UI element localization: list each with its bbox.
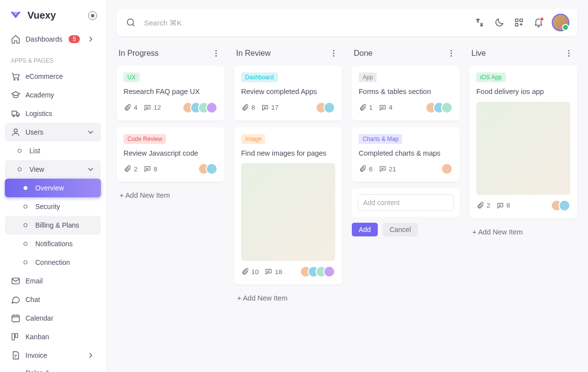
avatar-group [425,102,453,114]
nav-email[interactable]: Email [5,272,101,290]
avatar [441,102,453,114]
more-icon[interactable] [563,47,575,60]
language-icon[interactable] [473,16,486,29]
nav-chat[interactable]: Chat [5,290,101,309]
card-title: Food delivery ios app [476,87,570,97]
nav-calendar[interactable]: Calendar [5,309,101,327]
nav-overview[interactable]: Overview [5,179,101,197]
nav-label: Security [35,203,60,210]
card-stats: 4 12 [123,104,161,112]
more-icon[interactable] [327,47,340,60]
card-footer: 8 17 [241,102,335,114]
svg-rect-5 [12,278,20,284]
nav-label: Email [25,277,43,285]
nav-invoice[interactable]: Invoice [5,346,101,365]
column-title: In Progress [119,49,159,58]
search-input[interactable] [144,19,271,27]
kanban-card[interactable]: Charts & Map Completed charts & maps 6 2… [352,127,460,182]
logo-icon [9,10,23,21]
kanban-card[interactable]: Dashboard Review completed Apps 8 17 [234,66,342,120]
avatar [441,163,453,175]
svg-point-23 [568,50,570,51]
nav-label: Dashboards [25,35,63,43]
nav-label: View [29,165,44,173]
nav-billing[interactable]: Billing & Plans [5,216,101,234]
svg-point-14 [216,50,217,51]
kanban-column: Done App Forms & tables section 1 4 Char… [352,47,460,236]
nav-label: Overview [35,184,64,192]
svg-point-4 [14,129,18,132]
kanban-card[interactable]: Code Review Review Javascript code 2 8 [117,127,224,182]
topbar-icons [473,14,569,31]
kanban-card[interactable]: iOS App Food delivery ios app 2 8 [469,66,577,218]
attachment-stat: 10 [241,268,259,276]
search-icon[interactable] [124,16,137,29]
svg-rect-7 [12,333,15,340]
more-icon[interactable] [210,47,222,60]
cart-icon [11,71,21,81]
add-actions: Add Cancel [352,223,460,236]
avatar [323,266,335,278]
more-icon[interactable] [445,47,458,60]
svg-point-16 [216,55,217,57]
apps-icon[interactable] [513,16,525,29]
column-header: In Progress [117,47,224,66]
dot-icon [21,239,30,249]
add-new-item[interactable]: + Add New Item [469,225,577,239]
logo-wrap[interactable]: Vuexy [9,10,56,21]
nav-dashboards[interactable]: Dashboards 5 [5,30,101,48]
add-new-item[interactable]: + Add New Item [234,291,342,305]
nav-users-view[interactable]: View [5,160,101,179]
dot-icon [21,183,30,193]
kanban-card[interactable]: App Forms & tables section 1 4 [352,66,460,120]
avatar [206,102,218,114]
column-title: Live [471,49,486,58]
chevron-down-icon [86,128,95,137]
avatar-group [441,163,453,175]
svg-rect-8 [15,333,18,337]
comment-stat: 21 [379,165,396,173]
comment-icon [261,104,269,112]
add-content-box [352,188,460,217]
kanban-column: Live iOS App Food delivery ios app 2 8 +… [469,47,577,239]
kanban-card[interactable]: UX Research FAQ page UX 4 12 [117,66,224,120]
nav-users[interactable]: Users [5,123,101,141]
comment-icon [496,202,504,209]
nav-kanban[interactable]: Kanban [5,327,101,346]
card-footer: 2 8 [476,200,570,211]
kanban-board: In Progress UX Research FAQ page UX 4 12… [117,47,577,305]
theme-icon[interactable] [493,16,506,29]
avatar [206,163,218,175]
comment-stat: 8 [496,202,511,209]
nav-ecommerce[interactable]: eCommerce [5,67,101,86]
kanban-card[interactable]: Image Find new images for pages 10 18 [234,127,342,285]
nav-notifications[interactable]: Notifications [5,234,101,253]
chevron-right-icon [86,351,95,360]
nav-label: Roles & Permiss... [25,369,81,372]
bell-icon[interactable] [532,16,545,29]
avatar-group [198,163,218,175]
add-button[interactable]: Add [352,223,378,236]
nav-connection[interactable]: Connection [5,253,101,272]
section-apps-pages: APPS & PAGES [5,48,101,67]
nav-users-list[interactable]: List [5,141,101,160]
add-content-input[interactable] [358,194,454,211]
avatar-group [316,102,335,114]
svg-rect-6 [12,315,20,322]
nav-roles[interactable]: Roles & Permiss... [5,365,101,372]
add-new-item[interactable]: + Add New Item [117,188,224,202]
nav-security[interactable]: Security [5,197,101,216]
attachment-icon [476,202,484,209]
svg-point-21 [451,53,452,54]
pin-icon[interactable] [88,11,97,20]
nav-label: Billing & Plans [35,221,79,229]
user-avatar[interactable] [552,14,569,31]
comment-stat: 8 [144,165,158,173]
column-header: Done [352,47,460,66]
card-stats: 6 21 [359,165,396,173]
cancel-button[interactable]: Cancel [383,223,418,236]
sidebar-header: Vuexy [5,8,101,30]
nav-academy[interactable]: Academy [5,86,101,104]
nav-logistics[interactable]: Logistics [5,104,101,123]
card-footer: 1 4 [359,102,453,114]
